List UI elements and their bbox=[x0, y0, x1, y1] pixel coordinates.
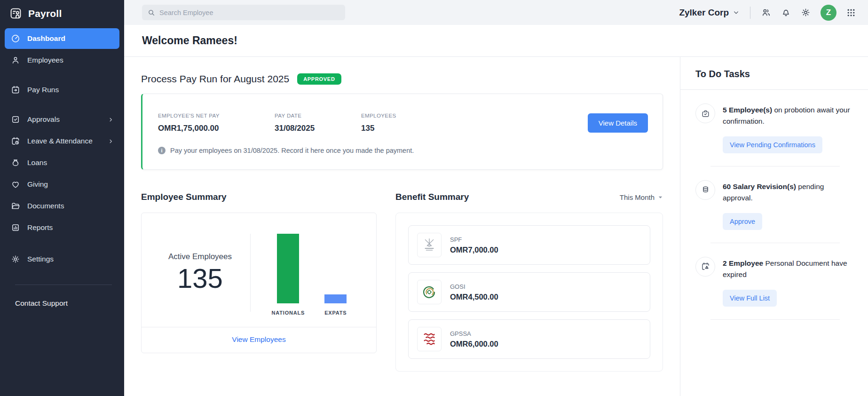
employee-summary-title: Employee Summary bbox=[141, 192, 227, 202]
topbar-separator bbox=[750, 7, 750, 19]
payroll-logo-icon bbox=[9, 7, 22, 20]
todo-task-expired-documents: 2 Employee Personal Document have expire… bbox=[680, 243, 868, 320]
gpssa-logo bbox=[417, 327, 442, 351]
gear-icon bbox=[11, 254, 20, 264]
nationals-bar bbox=[277, 234, 299, 303]
field-label: EMPLOYEES bbox=[361, 113, 396, 119]
contact-support-link[interactable]: Contact Support bbox=[0, 285, 124, 322]
main-column: Zylker Corp bbox=[124, 0, 868, 396]
chevron-right-icon bbox=[108, 139, 113, 144]
active-employees-label: Active Employees bbox=[150, 252, 250, 261]
sidebar-item-approvals[interactable]: Approvals bbox=[5, 109, 119, 130]
benefit-summary-card: SPF OMR7,000.00 bbox=[395, 213, 663, 372]
benefit-item-spf[interactable]: SPF OMR7,000.00 bbox=[408, 225, 650, 265]
sidebar-item-label: Documents bbox=[27, 202, 64, 210]
view-full-list-button[interactable]: View Full List bbox=[723, 290, 777, 307]
page-title: Welcome Ramees! bbox=[142, 34, 237, 47]
sidebar-item-label: Reports bbox=[27, 223, 53, 232]
sidebar-item-label: Pay Runs bbox=[27, 86, 59, 94]
active-employees-stat: Active Employees 135 bbox=[150, 252, 250, 293]
benefit-item-gpssa[interactable]: GPSSA OMR6,000.00 bbox=[408, 319, 650, 359]
heart-icon bbox=[11, 180, 20, 189]
chevron-right-icon bbox=[108, 117, 113, 122]
chevron-down-icon bbox=[658, 195, 663, 200]
dashboard-content: Process Pay Run for August 2025 APPROVED… bbox=[124, 57, 680, 396]
field-label: PAY DATE bbox=[275, 113, 361, 119]
bell-icon[interactable] bbox=[781, 8, 791, 17]
field-value: OMR1,75,000.00 bbox=[158, 124, 275, 133]
sidebar-item-loans[interactable]: Loans bbox=[5, 152, 119, 173]
topbar-right: Zylker Corp bbox=[679, 5, 856, 21]
sidebar-nav: Dashboard Employees Pay Run bbox=[0, 28, 124, 270]
search-input[interactable] bbox=[159, 9, 339, 16]
field-value: 31/08/2025 bbox=[275, 124, 361, 133]
calendar-arrow-icon bbox=[11, 85, 20, 95]
briefcase-check-icon bbox=[695, 103, 715, 123]
gear-icon[interactable] bbox=[801, 8, 811, 17]
sidebar-item-reports[interactable]: Reports bbox=[5, 217, 119, 238]
sidebar-item-pay-runs[interactable]: Pay Runs bbox=[5, 79, 119, 100]
view-employees-link[interactable]: View Employees bbox=[232, 335, 285, 343]
sidebar-item-documents[interactable]: Documents bbox=[5, 196, 119, 216]
sidebar-item-label: Employees bbox=[27, 56, 63, 64]
bar-chart-icon bbox=[11, 223, 20, 232]
sidebar-item-label: Loans bbox=[27, 158, 47, 167]
sidebar-item-leave-attendance[interactable]: Leave & Attendance bbox=[5, 131, 119, 151]
sidebar-item-label: Leave & Attendance bbox=[27, 137, 93, 145]
todo-title: To Do Tasks bbox=[680, 57, 868, 90]
org-switcher[interactable]: Zylker Corp bbox=[679, 8, 739, 18]
gosi-logo bbox=[417, 280, 442, 304]
sidebar: Payroll Dashboard Employees bbox=[0, 0, 124, 396]
month-filter-label: This Month bbox=[620, 193, 655, 201]
chevron-down-icon bbox=[733, 9, 739, 16]
benefit-name: SPF bbox=[450, 236, 498, 243]
bar-nationals: NATIONALS bbox=[272, 234, 305, 316]
task-text: 60 Salary Revision(s) pending approval. bbox=[723, 180, 854, 204]
benefit-name: GOSI bbox=[450, 283, 498, 290]
month-filter-dropdown[interactable]: This Month bbox=[620, 193, 663, 201]
field-value: 135 bbox=[361, 124, 396, 133]
approve-button[interactable]: Approve bbox=[723, 213, 762, 230]
todo-task-salary-revisions: 60 Salary Revision(s) pending approval. … bbox=[680, 166, 868, 243]
avatar[interactable]: Z bbox=[821, 5, 836, 21]
view-details-button[interactable]: View Details bbox=[588, 113, 648, 133]
task-count: 5 Employee(s) bbox=[723, 106, 772, 114]
sidebar-item-giving[interactable]: Giving bbox=[5, 174, 119, 195]
welcome-bar: Welcome Ramees! bbox=[124, 25, 868, 57]
net-pay-field: EMPLOYEE'S NET PAY OMR1,75,000.00 bbox=[158, 113, 275, 133]
expats-bar bbox=[324, 294, 347, 303]
topbar: Zylker Corp bbox=[124, 0, 868, 25]
money-bag-icon bbox=[11, 158, 20, 167]
field-label: EMPLOYEE'S NET PAY bbox=[158, 113, 275, 119]
speedometer-icon bbox=[11, 34, 20, 43]
person-icon bbox=[11, 55, 20, 65]
app-name: Payroll bbox=[28, 8, 62, 19]
payrun-note: i Pay your employees on 31/08/2025. Reco… bbox=[158, 147, 646, 154]
search-box[interactable] bbox=[142, 5, 345, 20]
task-text: 5 Employee(s) on probotion await your co… bbox=[723, 103, 854, 127]
active-employees-count: 135 bbox=[150, 263, 250, 293]
view-pending-confirmations-button[interactable]: View Pending Confirmations bbox=[723, 136, 822, 153]
users-icon[interactable] bbox=[761, 8, 771, 17]
todo-panel: To Do Tasks 5 Employee(s) on probotion a… bbox=[680, 57, 868, 396]
payrun-note-text: Pay your employees on 31/08/2025. Record… bbox=[170, 147, 414, 154]
calendar-alert-icon bbox=[695, 257, 715, 277]
sidebar-item-settings[interactable]: Settings bbox=[5, 249, 119, 269]
status-badge: APPROVED bbox=[297, 73, 341, 85]
employee-bar-chart: NATIONALS EXPATS bbox=[251, 230, 368, 316]
app-logo[interactable]: Payroll bbox=[0, 0, 124, 28]
coins-icon bbox=[695, 180, 715, 200]
clipboard-check-icon bbox=[11, 115, 20, 124]
benefit-item-gosi[interactable]: GOSI OMR4,500.00 bbox=[408, 272, 650, 312]
task-count: 2 Employee bbox=[723, 259, 763, 267]
spf-logo bbox=[417, 233, 442, 257]
sidebar-item-dashboard[interactable]: Dashboard bbox=[5, 28, 119, 49]
calendar-clock-icon bbox=[11, 136, 20, 146]
sidebar-item-label: Approvals bbox=[27, 115, 60, 124]
bar-expats: EXPATS bbox=[324, 234, 347, 316]
apps-grid-icon[interactable] bbox=[846, 8, 856, 17]
task-count: 60 Salary Revision(s) bbox=[723, 182, 796, 190]
sidebar-item-employees[interactable]: Employees bbox=[5, 50, 119, 71]
task-text: 2 Employee Personal Document have expire… bbox=[723, 257, 854, 281]
employee-summary-card: Active Employees 135 NATIONALS bbox=[141, 213, 377, 353]
